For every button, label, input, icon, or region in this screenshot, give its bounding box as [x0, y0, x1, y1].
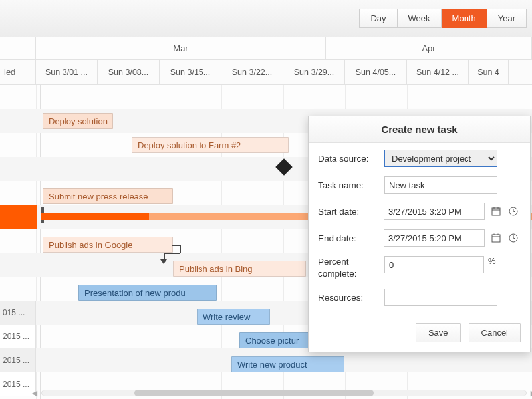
label-datasource: Data source: [318, 154, 384, 164]
week-header: Sun 3/15... [160, 60, 221, 84]
label-taskname: Task name: [318, 180, 384, 190]
startdate-input[interactable] [384, 203, 485, 220]
task-bar-presentation[interactable]: Presentation of new produ [78, 285, 217, 301]
svg-rect-0 [492, 208, 500, 215]
row-time-left: 015 ... [0, 301, 36, 325]
timeline-month-header: Mar Apr [0, 37, 532, 60]
svg-line-13 [513, 238, 515, 239]
label-resources: Resources: [318, 293, 384, 303]
clock-icon[interactable] [506, 203, 521, 220]
left-header-partial: ied [0, 60, 36, 84]
row-time-left: 2015 ... [0, 348, 36, 372]
scroll-left-icon[interactable]: ◄ [29, 388, 40, 398]
dependency-link [180, 245, 181, 253]
view-year-button[interactable]: Year [487, 9, 527, 28]
row-time-left: 2015 ... [0, 325, 36, 348]
arrow-down-icon [160, 259, 167, 264]
dialog-title: Create new task [309, 116, 530, 143]
week-header: Sun 3/01 ... [36, 60, 98, 84]
datasource-select[interactable]: Development project [384, 150, 497, 167]
week-header: Sun 3/29... [283, 60, 345, 84]
task-bar-ads-google[interactable]: Publish ads in Google [43, 237, 173, 253]
calendar-icon[interactable] [489, 229, 503, 247]
month-header-mar: Mar [36, 37, 326, 59]
enddate-input[interactable] [384, 229, 485, 247]
dependency-link [172, 245, 180, 246]
task-bar-review[interactable]: Write review [197, 309, 270, 325]
scrollbar-thumb[interactable] [134, 390, 374, 396]
svg-rect-7 [492, 235, 500, 242]
week-header: Sun 4/12 ... [407, 60, 469, 84]
label-percent: Percent complete: [318, 256, 384, 279]
save-button[interactable]: Save [416, 323, 461, 342]
percent-input[interactable] [384, 256, 484, 273]
task-bar-ads-bing[interactable]: Publish ads in Bing [173, 261, 306, 277]
task-bar-press[interactable]: Submit new press release [43, 188, 173, 204]
week-header: Sun 3/22... [221, 60, 283, 84]
timeline-week-header: ied Sun 3/01 ... Sun 3/08... Sun 3/15...… [0, 60, 532, 85]
week-header: Sun 4/05... [345, 60, 407, 84]
scroll-right-icon[interactable]: ► [528, 388, 532, 398]
task-bar-deploy-1[interactable]: Deploy solution [43, 113, 113, 129]
taskname-input[interactable] [384, 176, 497, 194]
label-startdate: Start date: [318, 207, 384, 217]
view-switch: Day Week Month Year [359, 9, 527, 28]
task-bar-writeprod[interactable]: Write new product [231, 356, 344, 372]
view-day-button[interactable]: Day [359, 9, 397, 28]
task-bar-deploy-2[interactable]: Deploy solution to Farm #2 [132, 137, 289, 153]
cancel-button[interactable]: Cancel [469, 323, 521, 342]
percent-suffix: % [488, 256, 496, 266]
toolbar: Day Week Month Year [0, 0, 532, 37]
week-header: Sun 3/08... [98, 60, 160, 84]
view-week-button[interactable]: Week [398, 9, 442, 28]
svg-line-6 [513, 211, 515, 212]
week-header: Sun 4 [469, 60, 509, 84]
label-enddate: End date: [318, 233, 384, 243]
dependency-link [164, 253, 180, 254]
month-header-apr: Apr [326, 37, 532, 59]
clock-icon[interactable] [506, 229, 521, 247]
resources-input[interactable] [384, 289, 497, 306]
create-task-dialog: Create new task Data source: Development… [308, 116, 531, 352]
view-month-button[interactable]: Month [442, 9, 487, 28]
horizontal-scrollbar[interactable]: ◄ ► [41, 388, 527, 398]
summary-left-highlight [0, 205, 37, 229]
calendar-icon[interactable] [489, 203, 503, 220]
